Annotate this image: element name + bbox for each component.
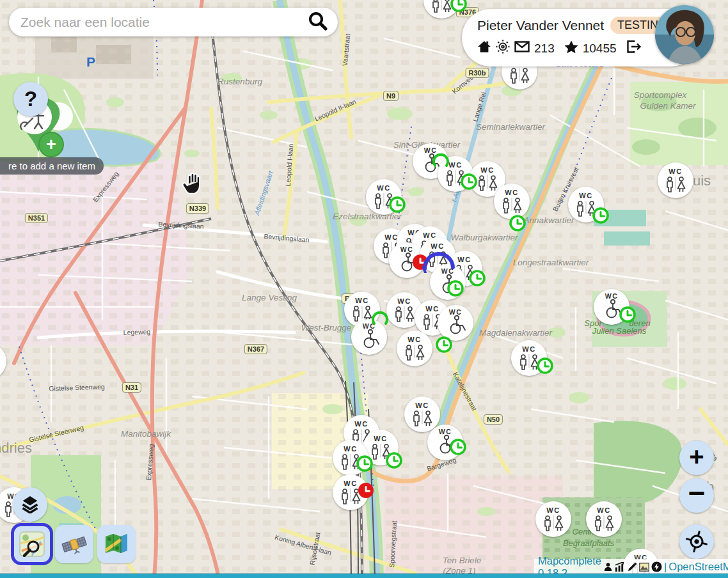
toilets-icon: WC bbox=[0, 347, 3, 376]
background-layer-map-button[interactable] bbox=[97, 525, 136, 563]
layers-icon bbox=[21, 496, 39, 513]
attribution-bar: Mapcomplete 0.18.2 | OpenStreetMap bbox=[534, 559, 728, 575]
svg-text:WC: WC bbox=[669, 168, 682, 175]
attribution-separator: | bbox=[664, 561, 667, 573]
svg-text:WC: WC bbox=[439, 428, 452, 435]
image-license-icon[interactable] bbox=[639, 563, 649, 572]
road-shield: N50 bbox=[484, 414, 503, 425]
svg-text:WC: WC bbox=[457, 256, 471, 263]
messages-count: 213 bbox=[534, 42, 555, 56]
toilet-marker[interactable]: WC bbox=[586, 501, 622, 537]
folded-map-icon bbox=[104, 531, 129, 557]
check-arc-badge bbox=[371, 310, 389, 331]
road-shield: N339 bbox=[186, 203, 209, 214]
layers-button[interactable] bbox=[13, 487, 47, 522]
edit-pencil-icon[interactable] bbox=[627, 562, 637, 572]
svg-text:WC: WC bbox=[374, 435, 387, 442]
svg-text:WC: WC bbox=[449, 308, 463, 316]
statistics-icon[interactable] bbox=[615, 562, 625, 572]
add-item-plus-button[interactable]: + bbox=[38, 132, 64, 157]
toilets-icon: WC bbox=[661, 166, 690, 195]
svg-text:WC: WC bbox=[546, 506, 560, 514]
open-clock-badge bbox=[388, 195, 407, 217]
toilet-marker[interactable]: WC bbox=[658, 162, 693, 198]
mapcomplete-app: RustenburgBrugge-Sint-PietersSint-Gillis… bbox=[0, 0, 728, 578]
svg-text:WC: WC bbox=[344, 480, 357, 487]
background-layer-satellite-button[interactable] bbox=[55, 525, 93, 563]
selection-arc bbox=[420, 246, 457, 276]
svg-text:WC: WC bbox=[344, 445, 357, 453]
toilets-icon: WC bbox=[539, 504, 568, 534]
geolocate-button[interactable] bbox=[679, 524, 714, 559]
svg-text:WC: WC bbox=[448, 161, 462, 169]
logout-icon[interactable] bbox=[626, 40, 642, 57]
star-icon bbox=[564, 40, 578, 57]
attribution-badge-icon[interactable] bbox=[651, 561, 662, 572]
open-clock-badge bbox=[459, 172, 479, 194]
svg-text:WC: WC bbox=[354, 420, 368, 428]
search-bar bbox=[9, 8, 338, 36]
road-shield: N351 bbox=[25, 213, 48, 223]
toilet-marker[interactable]: WC bbox=[404, 396, 440, 432]
user-avatar[interactable] bbox=[655, 5, 714, 64]
osm-link[interactable]: OpenStreetMap bbox=[669, 561, 728, 573]
toilet-marker[interactable]: WC bbox=[535, 501, 571, 537]
messages-icon[interactable] bbox=[514, 41, 530, 56]
open-clock-badge bbox=[355, 454, 374, 476]
zoom-in-button[interactable]: + bbox=[679, 441, 714, 475]
toilets-icon: WC bbox=[589, 504, 619, 534]
toilets-icon: WC bbox=[400, 334, 429, 363]
open-clock-badge bbox=[384, 451, 404, 473]
check-arc-badge bbox=[432, 152, 450, 173]
satellite-icon bbox=[61, 531, 88, 558]
road-shield: N9 bbox=[383, 91, 399, 101]
home-icon[interactable] bbox=[477, 40, 491, 56]
svg-text:WC: WC bbox=[480, 166, 494, 174]
toilets-icon: WC bbox=[497, 187, 526, 216]
svg-text:WC: WC bbox=[597, 506, 610, 514]
open-clock-badge bbox=[508, 214, 527, 235]
closed-clock-badge bbox=[356, 481, 376, 503]
svg-text:WC: WC bbox=[377, 184, 390, 192]
search-icon[interactable] bbox=[307, 10, 329, 35]
search-input[interactable] bbox=[9, 15, 307, 30]
road-shield: N367 bbox=[244, 344, 267, 354]
open-clock-badge bbox=[618, 305, 637, 327]
open-clock-badge bbox=[591, 206, 610, 228]
changesets-count: 10455 bbox=[583, 42, 617, 56]
open-clock-badge bbox=[535, 356, 555, 378]
help-button[interactable]: ? bbox=[13, 82, 48, 116]
road-shield: N31 bbox=[122, 382, 141, 393]
svg-text:WC: WC bbox=[408, 336, 421, 343]
svg-text:WC: WC bbox=[425, 305, 439, 313]
add-item-tooltip: re to add a new item bbox=[0, 157, 104, 175]
svg-text:WC: WC bbox=[397, 297, 411, 305]
svg-text:WC: WC bbox=[522, 345, 535, 353]
user-name: Pieter Vander Vennet bbox=[477, 18, 604, 33]
zoom-out-button[interactable]: − bbox=[679, 478, 714, 513]
svg-text:WC: WC bbox=[579, 192, 592, 199]
open-clock-badge bbox=[449, 0, 468, 16]
background-layer-osm-button[interactable] bbox=[13, 525, 51, 563]
open-clock-badge bbox=[446, 279, 465, 301]
svg-text:WC: WC bbox=[415, 402, 429, 409]
toilets-icon: WC bbox=[408, 400, 437, 429]
wheelchair-toilets-icon: WC bbox=[441, 308, 470, 338]
contributors-icon[interactable] bbox=[603, 562, 613, 572]
open-clock-badge bbox=[434, 335, 454, 357]
osm-map-icon bbox=[19, 531, 45, 557]
crosshair-icon bbox=[683, 527, 711, 556]
gear-icon[interactable] bbox=[496, 40, 510, 57]
help-label: ? bbox=[24, 87, 37, 111]
svg-text:WC: WC bbox=[505, 189, 518, 196]
toilet-marker[interactable]: WC bbox=[397, 331, 432, 366]
open-clock-badge bbox=[448, 437, 468, 459]
hand-cursor-icon bbox=[180, 169, 207, 200]
bottom-accent-bar bbox=[0, 574, 728, 578]
svg-text:WC: WC bbox=[605, 292, 619, 300]
svg-text:WC: WC bbox=[355, 297, 368, 304]
open-clock-badge bbox=[468, 269, 487, 290]
road-shield: R30b bbox=[466, 68, 489, 78]
